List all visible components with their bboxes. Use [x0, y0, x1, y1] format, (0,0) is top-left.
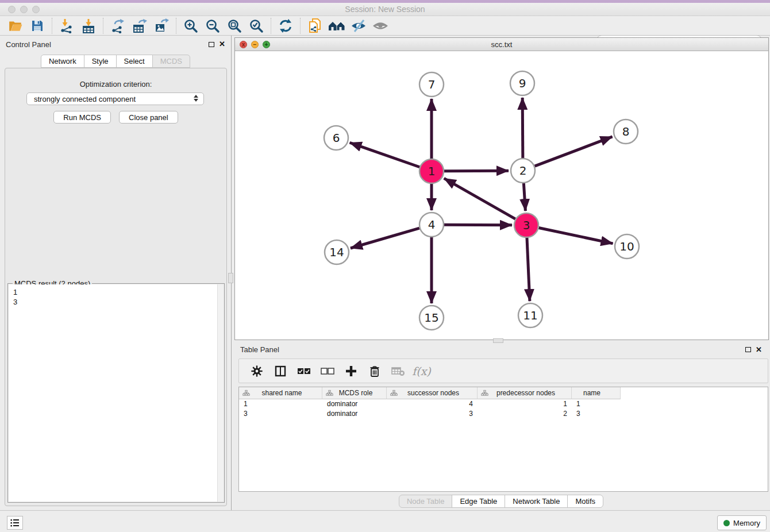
tab-style[interactable]: Style [84, 55, 117, 68]
toolbar-separator [176, 18, 176, 34]
mcds-result-text: 1 3 [9, 284, 224, 310]
edge-2-9[interactable] [522, 98, 523, 158]
node-label-14: 14 [329, 245, 344, 259]
table-row[interactable]: 1dominator411 [239, 399, 768, 409]
table-row[interactable]: 3dominator323 [239, 409, 768, 419]
main-toolbar [0, 16, 770, 36]
table-header-row: shared nameMCDS rolesuccessor nodesprede… [239, 387, 768, 399]
table-cell[interactable]: dominator [322, 409, 387, 419]
result-scrollbar[interactable] [217, 284, 224, 502]
table-cell[interactable]: 1 [478, 399, 572, 409]
edge-3-1[interactable] [444, 178, 515, 219]
table-cell[interactable]: 2 [478, 409, 572, 419]
edge-3-10[interactable] [539, 228, 613, 244]
tab-select[interactable]: Select [116, 55, 153, 68]
network-canvas[interactable]: 7968124314101511 [235, 51, 768, 340]
network-minimize-button[interactable]: − [251, 41, 259, 48]
select-all-button[interactable] [293, 361, 314, 381]
tab-motifs[interactable]: Motifs [567, 495, 603, 508]
import-table-button[interactable] [78, 17, 99, 34]
edge-1-6[interactable] [350, 142, 420, 167]
add-row-button[interactable] [340, 361, 361, 381]
hide-graphics-button[interactable] [348, 17, 369, 34]
node-label-10: 10 [619, 240, 634, 253]
save-session-button[interactable] [26, 17, 48, 34]
column-header-successor-nodes[interactable]: successor nodes [387, 387, 478, 399]
deselect-all-button[interactable] [317, 361, 338, 381]
edge-2-8[interactable] [535, 137, 613, 166]
network-zoom-button[interactable]: + [263, 41, 270, 48]
network-window-titlebar[interactable]: x − + scc.txt [235, 38, 768, 51]
edge-4-14[interactable] [351, 228, 419, 248]
close-panel-button[interactable]: Close panel [119, 111, 178, 124]
table-cell[interactable]: 3 [239, 409, 322, 419]
control-panel-title: Control Panel [6, 40, 209, 49]
export-network-button[interactable] [107, 17, 129, 34]
export-image-button[interactable] [151, 17, 172, 34]
node-label-15: 15 [424, 311, 438, 325]
control-panel-tabs: NetworkStyleSelectMCDS [0, 55, 231, 68]
tab-network[interactable]: Network [41, 55, 84, 68]
table-settings-button[interactable] [246, 361, 267, 381]
delete-table-button[interactable] [387, 361, 409, 381]
column-header-predecessor-nodes[interactable]: predecessor nodes [478, 387, 572, 399]
zoom-out-button[interactable] [202, 17, 224, 34]
edge-4-3[interactable] [444, 225, 512, 225]
node-table[interactable]: shared nameMCDS rolesuccessor nodesprede… [238, 387, 768, 492]
node-label-6: 6 [333, 131, 340, 145]
task-history-button[interactable] [7, 516, 23, 530]
trash-icon [369, 365, 380, 377]
table-cell[interactable]: 1 [572, 399, 621, 409]
tab-mcds[interactable]: MCDS [152, 55, 190, 68]
export-table-button[interactable] [129, 17, 151, 34]
dropdown-stepper-icon [194, 95, 198, 102]
plus-icon [345, 365, 357, 377]
table-cell[interactable]: dominator [322, 399, 387, 409]
checked-boxes-icon [297, 368, 311, 375]
table-cell[interactable]: 1 [239, 399, 322, 409]
table-cell[interactable]: 4 [387, 399, 478, 409]
column-header-MCDS-role[interactable]: MCDS role [322, 387, 387, 399]
show-graphics-button[interactable] [369, 17, 391, 34]
tab-network-table[interactable]: Network Table [505, 495, 568, 508]
zoom-in-icon [183, 18, 198, 33]
zoom-in-button[interactable] [180, 17, 202, 34]
zoom-selected-button[interactable] [245, 17, 267, 34]
column-header-name[interactable]: name [572, 387, 621, 399]
node-label-4: 4 [428, 218, 436, 232]
toolbar-separator [300, 18, 301, 34]
function-builder-button[interactable]: f(x) [411, 361, 432, 381]
app-title: Session: New Session [0, 5, 770, 14]
edge-2-3[interactable] [523, 183, 525, 211]
column-header-shared-name[interactable]: shared name [239, 387, 322, 399]
toolbar-separator [271, 18, 271, 34]
table-cell[interactable]: 3 [572, 409, 621, 419]
close-panel-icon[interactable]: ✕ [219, 41, 225, 47]
table-splitter-handle[interactable] [493, 338, 503, 343]
table-cell[interactable]: 3 [387, 409, 478, 419]
memory-button[interactable]: Memory [717, 515, 767, 530]
node-label-2: 2 [519, 164, 527, 178]
close-panel-icon[interactable]: ✕ [756, 347, 762, 353]
open-session-button[interactable] [5, 17, 26, 34]
panel-splitter-handle[interactable] [228, 273, 233, 283]
network-close-button[interactable]: x [240, 41, 247, 48]
delete-row-button[interactable] [364, 361, 385, 381]
run-mcds-button[interactable]: Run MCDS [53, 111, 111, 124]
app-titlebar: Session: New Session [0, 3, 770, 16]
clone-network-button[interactable] [304, 17, 326, 34]
float-panel-icon[interactable] [745, 347, 751, 352]
edge-3-11[interactable] [527, 238, 530, 301]
column-visibility-button[interactable] [270, 361, 291, 381]
mcds-result-area[interactable]: 1 3 [9, 284, 224, 502]
float-panel-icon[interactable] [209, 42, 214, 47]
tab-node-table[interactable]: Node Table [399, 495, 453, 508]
zoom-fit-button[interactable] [224, 17, 245, 34]
criterion-dropdown[interactable]: strongly connected component [26, 92, 204, 105]
tab-edge-table[interactable]: Edge Table [452, 495, 505, 508]
apply-layout-button[interactable] [275, 17, 297, 34]
first-neighbors-button[interactable] [326, 17, 348, 34]
import-network-button[interactable] [56, 17, 78, 34]
criterion-value: strongly connected component [34, 95, 136, 103]
edge-1-2[interactable] [444, 171, 509, 171]
